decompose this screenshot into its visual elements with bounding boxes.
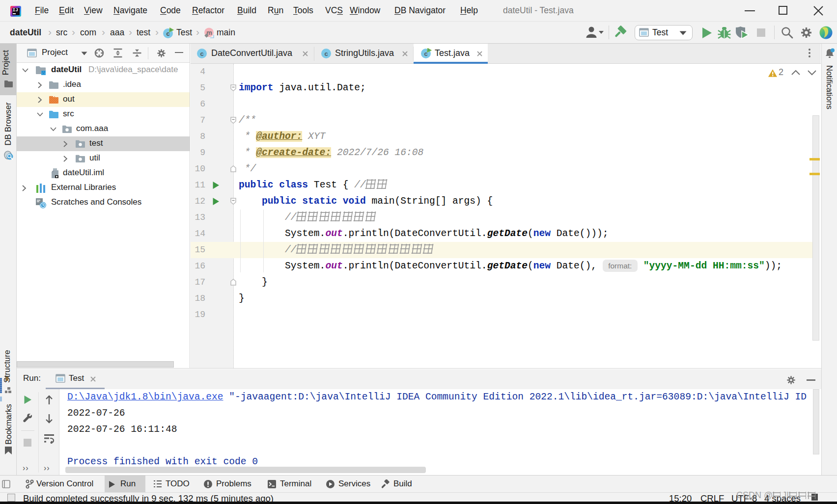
svg-text:c: c bbox=[324, 50, 328, 57]
svg-text:c: c bbox=[200, 50, 203, 57]
